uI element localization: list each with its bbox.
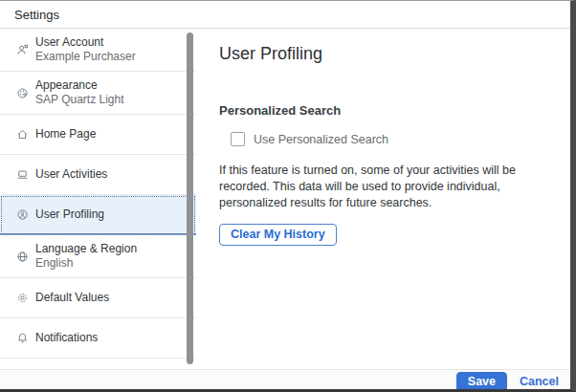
appearance-icon [16, 87, 29, 99]
checkbox-label[interactable]: Use Personalized Search [254, 133, 388, 146]
sidebar-item-label: Home Page [35, 127, 96, 142]
user-profiling-panel: User Profiling Personalized Search Use P… [196, 29, 570, 369]
sidebar-item-appearance[interactable]: Appearance SAP Quartz Light [0, 72, 196, 115]
sidebar-item-label: User Activities [35, 167, 107, 182]
gear-icon [16, 292, 29, 304]
page-title: User Profiling [219, 44, 553, 64]
sidebar-scrollbar-thumb[interactable] [187, 33, 193, 364]
dialog-title: Settings [14, 8, 59, 22]
user-profiling-icon [16, 208, 29, 221]
sidebar-item-sublabel: English [35, 256, 137, 271]
sidebar-item-label: User Account [35, 35, 136, 50]
sidebar-item-home-page[interactable]: Home Page [0, 115, 196, 155]
sidebar-item-label: User Profiling [35, 207, 104, 222]
dialog-body: User Account Example Purchaser Appearanc… [0, 29, 570, 369]
user-account-icon [16, 44, 29, 56]
sidebar-item-default-values[interactable]: Default Values [0, 278, 196, 318]
sidebar-item-notifications[interactable]: Notifications [0, 318, 196, 359]
sidebar-item-user-account[interactable]: User Account Example Purchaser [0, 29, 196, 72]
personalized-search-section-title: Personalized Search [219, 103, 553, 118]
sidebar-item-sublabel: Example Purchaser [35, 50, 136, 64]
save-button[interactable]: Save [456, 372, 507, 392]
dialog-footer: Save Cancel [0, 369, 570, 392]
feature-description: If this feature is turned on, some of yo… [219, 163, 553, 211]
globe-icon [16, 250, 29, 263]
sidebar-item-label: Default Values [35, 291, 109, 305]
personalized-search-checkbox-row: Use Personalized Search [231, 132, 553, 146]
sidebar-item-user-profiling[interactable]: User Profiling [0, 195, 196, 235]
settings-sidebar: User Account Example Purchaser Appearanc… [0, 29, 196, 369]
clear-my-history-button[interactable]: Clear My History [219, 224, 337, 246]
dialog-header: Settings [0, 1, 570, 29]
sidebar-item-label: Language & Region [35, 242, 137, 256]
cancel-button[interactable]: Cancel [520, 375, 559, 388]
use-personalized-search-checkbox[interactable] [231, 132, 245, 146]
sidebar-item-sublabel: SAP Quartz Light [35, 93, 124, 107]
bell-icon [16, 332, 29, 344]
sidebar-item-label: Notifications [35, 331, 98, 345]
sidebar-item-label: Appearance [35, 78, 124, 93]
sidebar-item-user-activities[interactable]: User Activities [0, 155, 196, 195]
user-activities-icon [16, 168, 29, 181]
sidebar-item-language-region[interactable]: Language & Region English [0, 235, 196, 278]
settings-dialog: Settings User Account Example Purchaser … [0, 0, 576, 392]
home-icon [16, 128, 29, 141]
